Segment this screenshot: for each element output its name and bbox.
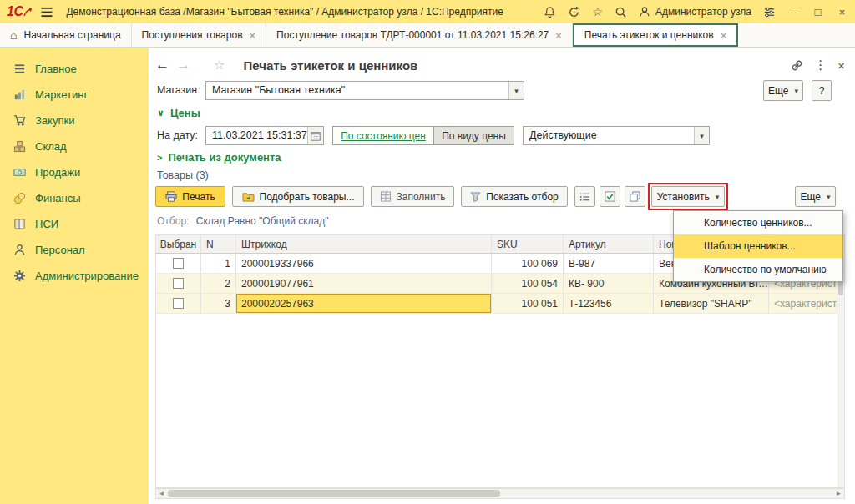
tab-pechat-etiketok[interactable]: Печать этикеток и ценников × — [573, 23, 738, 47]
forward-arrow-button[interactable]: → — [176, 57, 190, 73]
sidebar-item-label: Склад — [35, 140, 67, 153]
calendar-button[interactable] — [307, 127, 323, 144]
user-menu[interactable]: Администратор узла — [639, 6, 751, 18]
numbered-list-icon — [579, 192, 590, 202]
print-button[interactable]: Печать — [155, 186, 225, 207]
section-prices-label: Цены — [170, 107, 200, 119]
menu-item-kolichestvo-cennikov[interactable]: Количество ценников... — [674, 211, 842, 234]
table-row-selected[interactable]: 3 2000020257963 100 051 Т-123456 Телевиз… — [156, 294, 844, 314]
cell-sku[interactable]: 100 051 — [492, 294, 564, 313]
chevron-down-icon: ▾ — [716, 193, 720, 201]
cell-sku[interactable]: 100 054 — [492, 274, 564, 293]
tab-close-icon[interactable]: × — [250, 29, 256, 42]
more-actions-kebab-icon[interactable]: ⋮ — [814, 58, 827, 73]
sidebar-item-marketing[interactable]: Маркетинг — [0, 82, 149, 108]
sidebar-item-personal[interactable]: Персонал — [0, 237, 149, 263]
column-header-artikul[interactable]: Артикул — [564, 235, 654, 253]
sidebar-item-glavnoe[interactable]: Главное — [0, 56, 149, 82]
copy-button[interactable] — [625, 186, 645, 207]
filter-summary[interactable]: Отбор: Склад Равно "Общий склад" — [157, 215, 329, 227]
minimize-button[interactable]: – — [787, 6, 800, 18]
close-form-icon[interactable]: × — [837, 58, 845, 73]
scroll-right-arrow[interactable]: ► — [833, 489, 844, 498]
cell-nomenclature[interactable]: Телевизор "SHARP" — [654, 294, 769, 313]
scroll-left-arrow[interactable]: ◄ — [156, 489, 167, 498]
column-header-n[interactable]: N — [201, 235, 236, 253]
sidebar-item-sklad[interactable]: Склад — [0, 134, 149, 159]
tab-home[interactable]: ⌂ Начальная страница — [0, 23, 132, 47]
help-button[interactable]: ? — [812, 80, 832, 101]
boxes-icon — [13, 140, 26, 153]
set-button[interactable]: Установить ▾ — [651, 186, 725, 207]
page-title: Печать этикеток и ценников — [243, 58, 417, 73]
horizontal-scrollbar[interactable]: ◄ ► — [155, 488, 845, 499]
tab-close-icon[interactable]: × — [555, 29, 562, 42]
section-print-from-document[interactable]: > Печать из документа — [157, 151, 281, 164]
sidebar-item-nsi[interactable]: НСИ — [0, 211, 149, 237]
toggle-by-price-state[interactable]: По состоянию цен — [332, 126, 434, 145]
store-label: Магазин: — [157, 84, 200, 96]
tab-postuplenie-dokument[interactable]: Поступление товаров ТДРТ-000001 от 11.03… — [266, 23, 573, 47]
store-select[interactable]: Магазин "Бытовая техника" ▾ — [205, 81, 524, 100]
set-quantity-list-button[interactable] — [574, 186, 595, 207]
show-filter-button[interactable]: Показать отбор — [461, 186, 568, 207]
column-header-vybran[interactable]: Выбран — [156, 235, 201, 253]
sections-sidebar: Главное Маркетинг Закупки Склад Продажи … — [0, 48, 149, 504]
tab-postupleniya-tovarov[interactable]: Поступления товаров × — [132, 23, 267, 47]
toggle-by-price-kind[interactable]: По виду цены — [433, 126, 514, 145]
menu-item-kolichestvo-po-umolchaniyu[interactable]: Количество по умолчанию — [674, 258, 842, 281]
menu-item-shablon-cennikov[interactable]: Шаблон ценников... — [674, 234, 842, 258]
hamburger-menu-icon[interactable] — [40, 7, 53, 18]
settings-sliders-icon[interactable] — [763, 6, 776, 18]
search-icon[interactable] — [615, 6, 627, 18]
pick-goods-button[interactable]: Подобрать товары... — [232, 186, 364, 207]
more-button-top[interactable]: Еще ▾ — [763, 80, 803, 101]
chevron-down-icon[interactable]: ▾ — [508, 82, 524, 99]
cell-n[interactable]: 3 — [201, 294, 236, 313]
price-filter-select[interactable]: Действующие ▾ — [523, 126, 710, 145]
chevron-down-icon: ▾ — [794, 87, 798, 95]
sidebar-item-finansy[interactable]: Финансы — [0, 185, 149, 211]
chevron-down-icon[interactable]: ▾ — [694, 127, 709, 144]
favorites-star-icon[interactable]: ☆ — [592, 5, 603, 18]
favorite-star-icon[interactable]: ☆ — [214, 58, 225, 73]
tab-close-icon[interactable]: × — [721, 29, 727, 42]
date-label: На дату: — [157, 129, 198, 141]
cart-icon — [13, 114, 26, 127]
user-icon — [639, 6, 650, 18]
notifications-bell-icon[interactable] — [544, 6, 556, 18]
fill-button[interactable]: Заполнить — [371, 186, 454, 207]
row-checkbox[interactable] — [173, 298, 184, 309]
history-icon[interactable] — [568, 6, 580, 18]
row-checkbox[interactable] — [173, 278, 184, 289]
cell-barcode[interactable]: 2000019077961 — [236, 274, 492, 293]
row-checkbox[interactable] — [173, 258, 184, 269]
sidebar-item-administrirovanie[interactable]: Администрирование — [0, 263, 149, 289]
cell-sku[interactable]: 100 069 — [492, 254, 564, 273]
cell-article[interactable]: КВ- 900 — [564, 274, 654, 293]
cell-barcode[interactable]: 2000019337966 — [236, 254, 492, 273]
column-header-shtrihkod[interactable]: Штрихкод — [236, 235, 492, 253]
date-input[interactable]: 11.03.2021 15:31:37 — [205, 126, 324, 145]
cell-barcode-selected[interactable]: 2000020257963 — [236, 294, 492, 313]
sidebar-item-prodazhi[interactable]: Продажи — [0, 159, 149, 185]
cell-n[interactable]: 1 — [201, 254, 236, 273]
back-arrow-button[interactable]: ← — [155, 57, 169, 73]
link-icon[interactable] — [791, 59, 803, 72]
sidebar-item-zakupki[interactable]: Закупки — [0, 108, 149, 134]
column-header-sku[interactable]: SKU — [492, 235, 564, 253]
cell-article[interactable]: В-987 — [564, 254, 654, 273]
section-prices[interactable]: ∨ Цены — [157, 107, 200, 119]
goods-group-header[interactable]: Товары (3) — [157, 169, 209, 181]
horizontal-scrollbar-thumb[interactable] — [168, 490, 500, 497]
close-window-button[interactable]: × — [836, 6, 848, 18]
cell-article[interactable]: Т-123456 — [564, 294, 654, 313]
maximize-button[interactable]: □ — [812, 6, 824, 18]
cell-n[interactable]: 2 — [201, 274, 236, 293]
fill-table-icon — [380, 191, 392, 202]
check-all-button[interactable] — [600, 186, 620, 207]
row-checkbox-cell — [156, 274, 201, 293]
more-button-toolbar[interactable]: Еще ▾ — [795, 186, 836, 207]
cell-characteristic[interactable]: <характерист — [769, 294, 844, 313]
gear-icon — [13, 270, 26, 282]
